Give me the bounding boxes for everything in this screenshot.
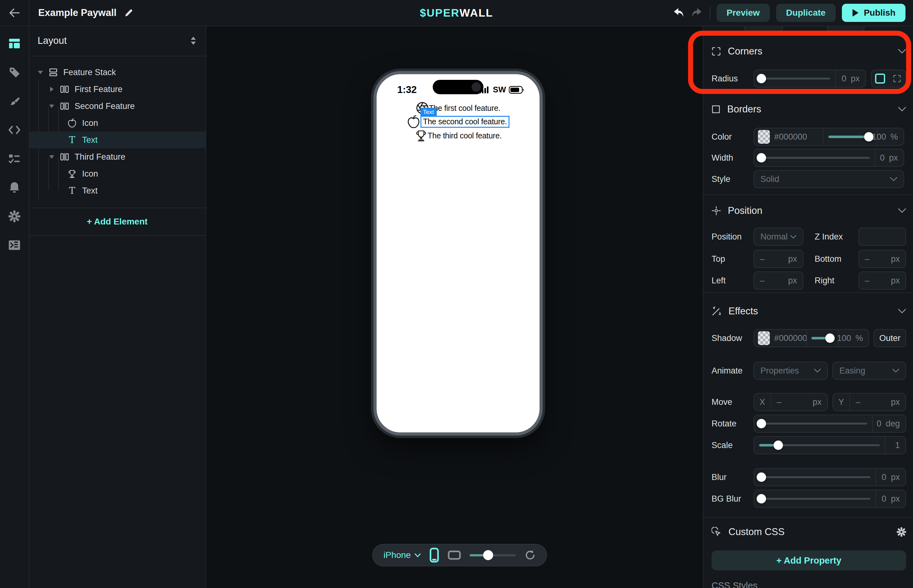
bgblur-value[interactable]: 0 px	[876, 490, 905, 507]
refresh-icon[interactable]	[524, 549, 536, 561]
color-field[interactable]: #000000	[754, 128, 823, 145]
shadow-color-field[interactable]: #000000	[754, 330, 806, 347]
animate-easing-select[interactable]: Easing	[832, 362, 906, 380]
feature-text: The third cool feature.	[428, 131, 502, 140]
gear-icon[interactable]	[897, 527, 906, 537]
chevron-down-icon[interactable]	[898, 107, 906, 112]
scale-slider[interactable]	[754, 437, 885, 454]
phone-screen[interactable]: 1:32 SW The first cool feature. Text The…	[374, 71, 543, 436]
move-x-input[interactable]: X –px	[754, 393, 828, 411]
uniform-radius-toggle[interactable]	[872, 70, 889, 87]
chevron-down-icon[interactable]	[898, 208, 906, 213]
width-slider[interactable]	[754, 149, 875, 166]
right-input[interactable]: –px	[858, 271, 906, 290]
slider-knob[interactable]	[774, 441, 783, 450]
shadow-mode-button[interactable]: Outer	[874, 329, 906, 347]
shadow-opacity-value[interactable]: 100 %	[838, 330, 869, 347]
tree-item-icon-apple[interactable]: Icon	[29, 115, 206, 131]
publish-button[interactable]: Publish	[842, 4, 905, 22]
duplicate-button[interactable]: Duplicate	[776, 4, 835, 22]
scale-value[interactable]: 1	[885, 437, 905, 454]
caret-right-icon[interactable]	[49, 86, 55, 92]
slider-knob[interactable]	[483, 550, 493, 560]
slider-knob[interactable]	[825, 333, 835, 343]
canvas-zoom-slider[interactable]	[469, 549, 516, 561]
device-toolbar: iPhone	[372, 544, 547, 566]
slider-knob[interactable]	[864, 132, 874, 142]
blur-slider[interactable]	[754, 469, 876, 486]
undo-icon[interactable]	[672, 7, 685, 18]
terminal-icon[interactable]	[8, 239, 20, 251]
left-input[interactable]: –px	[754, 271, 803, 290]
tree-item-first-feature[interactable]: First Feature	[29, 81, 206, 98]
radius-value[interactable]: 0 px	[835, 70, 865, 87]
tree-item-text[interactable]: T Text	[29, 182, 206, 199]
landscape-mode-icon[interactable]	[448, 551, 461, 560]
paintbrush-icon[interactable]	[8, 95, 20, 107]
tree-item-icon-trophy[interactable]: Icon	[29, 165, 206, 182]
tag-icon[interactable]	[8, 66, 20, 78]
top-input[interactable]: –px	[754, 250, 803, 268]
add-property-button[interactable]: + Add Property	[712, 551, 906, 570]
per-corner-radius-toggle[interactable]	[889, 70, 905, 87]
move-row: Move X –px Y –px	[712, 393, 906, 411]
scale-row: Scale 1	[712, 436, 906, 454]
blur-value[interactable]: 0 px	[876, 469, 905, 486]
color-swatch[interactable]	[758, 130, 770, 144]
animate-properties-select[interactable]: Properties	[754, 362, 828, 380]
chevron-down-icon[interactable]	[898, 49, 906, 54]
bgblur-slider[interactable]	[754, 490, 876, 507]
effects-wand-icon	[712, 306, 722, 316]
columns-icon	[60, 84, 70, 94]
opacity-value[interactable]: 100 %	[877, 128, 903, 145]
chevron-down-icon[interactable]	[898, 309, 906, 314]
bell-icon[interactable]	[8, 182, 20, 194]
tree-item-text-selected[interactable]: T Text	[29, 131, 206, 149]
sort-icon[interactable]	[190, 36, 197, 45]
slider-knob[interactable]	[757, 494, 766, 504]
color-swatch[interactable]	[758, 331, 770, 345]
device-select[interactable]: iPhone	[384, 550, 421, 560]
rotate-value[interactable]: 0 deg	[872, 415, 905, 432]
gear-icon[interactable]	[8, 210, 20, 222]
back-button[interactable]	[0, 0, 29, 26]
feature-row[interactable]: The third cool feature.	[414, 129, 502, 142]
caret-down-icon[interactable]	[49, 103, 55, 109]
position-mode-select[interactable]: Normal	[754, 228, 803, 246]
width-value[interactable]: 0 px	[875, 149, 903, 166]
radius-slider[interactable]	[754, 70, 835, 87]
rotate-slider[interactable]	[754, 415, 872, 432]
slider-knob[interactable]	[757, 74, 766, 83]
slider-knob[interactable]	[757, 472, 766, 482]
shadow-opacity-slider[interactable]	[806, 330, 838, 347]
layout-icon[interactable]	[8, 37, 20, 50]
bgblur-control: 0 px	[754, 490, 906, 508]
edit-pencil-icon[interactable]	[124, 8, 133, 18]
tree-item-second-feature[interactable]: Second Feature	[29, 98, 206, 115]
border-color-row: Color #000000 100 %	[712, 128, 906, 146]
feature-row-selected[interactable]: Text The second cool feature.	[407, 115, 510, 129]
move-y-input[interactable]: Y –px	[832, 393, 906, 411]
caret-down-icon[interactable]	[49, 154, 55, 159]
slider-knob[interactable]	[757, 419, 766, 428]
status-time: 1:32	[397, 84, 417, 95]
text-icon: T	[67, 186, 77, 195]
add-element-button[interactable]: + Add Element	[29, 208, 206, 236]
slider-knob[interactable]	[757, 153, 766, 163]
selection-outline[interactable]: Text The second cool feature.	[421, 116, 510, 128]
border-style-select[interactable]: Solid	[754, 170, 904, 188]
chevron-down-icon	[890, 177, 897, 182]
checklist-icon[interactable]	[8, 153, 20, 165]
tree-item-feature-stack[interactable]: Feature Stack	[29, 64, 206, 81]
preview-button[interactable]: Preview	[717, 4, 770, 22]
redo-icon[interactable]	[691, 7, 703, 18]
code-icon[interactable]	[8, 124, 20, 136]
zindex-input[interactable]	[858, 228, 906, 246]
opacity-slider[interactable]	[823, 128, 877, 145]
caret-down-icon[interactable]	[37, 70, 43, 75]
tree-item-third-feature[interactable]: Third Feature	[29, 149, 206, 165]
clipped-field	[744, 26, 783, 31]
bottom-input[interactable]: –px	[858, 250, 906, 268]
portrait-mode-icon[interactable]	[429, 548, 439, 563]
y-prefix: Y	[833, 394, 850, 410]
